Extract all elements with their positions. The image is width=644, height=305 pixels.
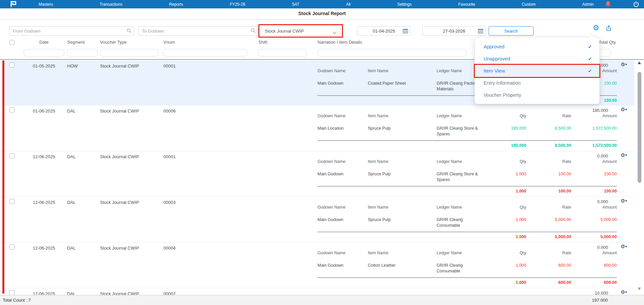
export-icon[interactable] [605, 25, 612, 33]
item-col-ledger: Ledger Name [437, 251, 489, 255]
row-actions-gear-icon[interactable] [621, 244, 627, 250]
nav-menu: Masters Transactions Reports FY25-26 SAT… [39, 0, 594, 8]
item-rate: 100.00 [526, 171, 571, 183]
table-row[interactable]: 12-06-2025 DAL Stock Journal CWIP 00003 … [0, 197, 634, 243]
item-col-godown: Godown Name [317, 251, 368, 255]
nav-item-custom[interactable]: Custom [522, 2, 536, 7]
item-col-godown: Godown Name [317, 159, 368, 164]
power-logout-icon[interactable] [633, 1, 639, 9]
scrollbar-thumb[interactable] [638, 72, 641, 183]
row-date: 12-06-2025 [23, 200, 64, 205]
voucher-type-select[interactable]: Stock Journal CWIP [260, 26, 341, 36]
from-date-value: 01-04-2025 [373, 29, 395, 34]
total-count-label: Total Count : 7 [3, 298, 31, 303]
row-actions-gear-icon[interactable] [621, 106, 627, 113]
row-voucher-type: Stock Journal CWIP [100, 291, 139, 295]
item-table-totals: 1.000 5,000.00 5,000.00 [317, 234, 617, 239]
table-row[interactable]: 12-06-2025 DAL Stock Journal CWIP 00004 … [0, 243, 634, 288]
table-row[interactable]: 12-06-2025 DAL Stock Journal CWIP 00001 … [0, 151, 634, 197]
row-actions-gear-icon[interactable] [621, 198, 627, 204]
row-actions-gear-icon[interactable] [621, 61, 627, 68]
row-voucher-type: Stock Journal CWIP [100, 108, 139, 114]
scrollbar-up-arrow[interactable] [638, 61, 641, 64]
caret-down-icon [625, 290, 627, 294]
menu-item-label: Unapproved [484, 56, 510, 61]
item-amount: 600.00 [571, 263, 617, 274]
filter-narration-input[interactable] [317, 49, 466, 56]
row-checkbox[interactable] [9, 290, 14, 295]
row-checkbox[interactable] [9, 62, 14, 68]
item-godown: Main Location [317, 126, 368, 137]
row-date: 01-05-2025 [23, 63, 64, 69]
check-icon [588, 68, 592, 74]
col-header-date: Date [23, 40, 64, 45]
row-actions-gear-icon[interactable] [621, 289, 627, 295]
search-icon [251, 28, 256, 35]
row-vnum: 00004 [163, 246, 176, 251]
row-checkbox[interactable] [9, 199, 14, 204]
to-date-value: 27-03-2026 [443, 29, 465, 34]
from-date-picker[interactable]: 01-04-2025 [357, 26, 411, 36]
menu-item-label: Item View [484, 68, 505, 74]
filter-voucher-type-input[interactable] [100, 49, 158, 56]
left-red-stripe [2, 60, 4, 294]
row-actions-gear-icon[interactable] [621, 152, 627, 158]
view-menu-item-approved[interactable]: Approved [475, 41, 599, 53]
nav-item-settings[interactable]: Settings [397, 2, 411, 7]
brand-logo-icon[interactable] [9, 0, 17, 8]
nav-item-sat[interactable]: SAT [292, 2, 299, 7]
title-bar: Stock Journal Report [0, 8, 644, 19]
to-godown-input[interactable] [138, 26, 258, 36]
menu-item-label: Approved [484, 44, 504, 49]
filter-segment-input[interactable] [67, 49, 98, 56]
nav-item-masters[interactable]: Masters [39, 2, 53, 7]
notification-bell-icon[interactable] [605, 1, 611, 9]
nav-item-fy25-26[interactable]: FY25-26 [230, 2, 245, 7]
voucher-type-selected-value: Stock Journal CWIP [265, 29, 304, 34]
settings-gear-icon[interactable]: ⚙ [593, 24, 599, 32]
select-all-checkbox[interactable] [9, 40, 14, 45]
item-col-qty: Qty [489, 205, 526, 210]
nav-item-admin[interactable]: Admin [582, 2, 594, 7]
item-total-divider [317, 232, 617, 232]
total-qty: 185.000 [489, 143, 526, 148]
row-segment: DAL [67, 200, 76, 205]
row-segment: HOW [67, 63, 78, 69]
chevron-down-icon [333, 30, 337, 35]
row-segment: DAL [67, 154, 76, 159]
search-button[interactable]: Search [489, 26, 534, 36]
table-row[interactable]: 12-06-2025 DAL Stock Journal CWIP 00002 … [0, 288, 634, 295]
row-checkbox[interactable] [9, 107, 14, 113]
item-rate: 600.00 [526, 263, 571, 274]
view-menu-item-voucher-property[interactable]: Voucher Property [475, 89, 599, 101]
scrollbar-down-arrow[interactable] [638, 288, 641, 290]
item-col-qty: Qty [489, 251, 526, 255]
item-col-amount: Amount [571, 114, 617, 118]
from-godown-input[interactable] [9, 26, 134, 36]
row-checkbox[interactable] [9, 153, 14, 158]
nav-item-reports[interactable]: Reports [169, 2, 183, 7]
nav-item-favourite[interactable]: Favourite [458, 2, 475, 7]
view-menu-item-item-view[interactable]: Item View [475, 65, 599, 77]
to-godown-field [138, 26, 258, 36]
item-godown: Main Godown [317, 263, 368, 274]
nav-item-all[interactable]: All [346, 2, 350, 7]
item-total-divider [317, 140, 617, 141]
item-total-divider [317, 186, 617, 186]
caret-down-icon [625, 245, 627, 248]
total-qty: 1.000 [489, 234, 526, 239]
item-table-totals: 1.000 600.00 600.00 [317, 280, 617, 285]
item-name: Coated Paper Sheet [368, 81, 437, 92]
row-date: 12-06-2025 [23, 246, 64, 251]
filter-date-input[interactable] [23, 49, 64, 56]
item-col-item: Item Name [368, 205, 437, 210]
nav-item-transactions[interactable]: Transactions [100, 2, 122, 7]
filter-vnum-input[interactable] [163, 49, 248, 56]
view-menu-item-unapproved[interactable]: Unapproved [475, 53, 599, 65]
to-date-picker[interactable]: 27-03-2026 [422, 26, 486, 36]
view-menu-item-entry-information[interactable]: Entry Information [475, 77, 599, 89]
table-row[interactable]: 01-06-2025 DAL Stock Journal CWIP 00006 … [0, 105, 634, 151]
row-checkbox[interactable] [9, 245, 14, 250]
filter-shift-input[interactable] [258, 49, 307, 56]
total-amount: 100.00 [571, 189, 617, 193]
